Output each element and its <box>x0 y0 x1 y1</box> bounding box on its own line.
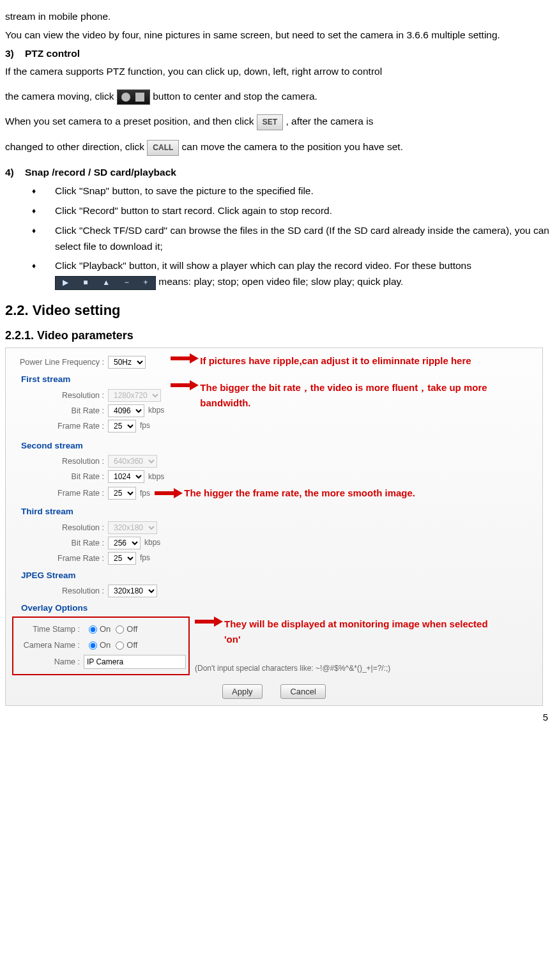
center-stop-icon <box>117 89 150 105</box>
player-controls-icon: ▶ ■ ▲ − + <box>55 276 156 290</box>
arrow-icon <box>155 488 184 498</box>
apply-button[interactable]: Apply <box>222 684 263 699</box>
list-item: Click "Snap" button, to save the picture… <box>55 183 552 199</box>
first-stream-resolution-select[interactable]: 1280x720 <box>108 389 161 402</box>
radio-label: Off <box>126 639 137 652</box>
cameraname-off-radio[interactable] <box>116 641 124 650</box>
page-number: 5 <box>5 710 552 725</box>
text-span: changed to other direction, click <box>5 141 147 152</box>
set-button-icon: SET <box>257 114 283 130</box>
list-item: Click "Record" button to start record. C… <box>55 203 552 219</box>
third-stream-framerate-select[interactable]: 25 <box>108 552 136 565</box>
group-label: Second stream <box>21 439 536 453</box>
label: Bit Rate : <box>12 537 108 549</box>
label: Resolution : <box>12 389 108 402</box>
heading-2: 2.2. Video setting <box>5 299 552 321</box>
body-text: You can view the video by four, nine pic… <box>5 27 552 43</box>
third-stream-bitrate-select[interactable]: 256 <box>108 537 141 549</box>
call-button-icon: CALL <box>147 140 179 156</box>
label: Resolution : <box>12 585 108 597</box>
section-number: 3) <box>5 48 14 59</box>
label: Frame Rate : <box>12 420 108 433</box>
cameraname-on-radio[interactable] <box>89 641 97 650</box>
label: Power Line Frequency : <box>12 356 108 369</box>
unit-label: fps <box>140 552 150 564</box>
third-stream-resolution-select[interactable]: 320x180 <box>108 521 157 534</box>
list-item: Click "Playback" button, it will show a … <box>55 258 552 290</box>
text-span: Click "Playback" button, it will show a … <box>55 260 471 271</box>
label: Resolution : <box>12 455 108 468</box>
text-span: , after the camera is <box>286 116 373 126</box>
heading-3: 2.2.1. Video parameters <box>5 326 552 345</box>
bullet-list: Click "Snap" button, to save the picture… <box>5 183 552 290</box>
label: Frame Rate : <box>12 552 108 565</box>
unit-label: kbps <box>144 537 160 549</box>
stop-icon: ■ <box>83 277 88 289</box>
text-span: means: play; stop; open video file; slow… <box>158 276 403 287</box>
minus-icon: − <box>125 277 129 289</box>
eject-icon: ▲ <box>102 277 110 289</box>
cancel-button[interactable]: Cancel <box>280 684 325 699</box>
label: Bit Rate : <box>12 404 108 417</box>
body-text: If the camera supports PTZ function, you… <box>5 64 552 80</box>
video-parameters-panel: Power Line Frequency : 50Hz First stream… <box>5 348 543 706</box>
group-label: Third stream <box>21 505 536 519</box>
body-text: stream in mobile phone. <box>5 9 552 25</box>
label: Frame Rate : <box>12 487 108 500</box>
annotation-text: If pictures have ripple,can adjust it to… <box>200 353 471 369</box>
power-line-frequency-select[interactable]: 50Hz <box>108 356 146 369</box>
text-span: When you set camera to a preset position… <box>5 116 257 126</box>
unit-label: fps <box>140 487 150 500</box>
group-label: First stream <box>21 372 164 387</box>
group-label: JPEG Stream <box>21 569 536 583</box>
section-heading: 4) Snap /record / SD card/playback <box>5 165 552 181</box>
radio-label: On <box>100 623 111 636</box>
jpeg-stream-resolution-select[interactable]: 320x180 <box>108 585 157 597</box>
timestamp-on-radio[interactable] <box>89 625 97 634</box>
annotation-text: They will be displayed at monitoring ima… <box>224 616 505 647</box>
body-text: the camera moving, click button to cente… <box>5 89 552 105</box>
section-title: PTZ control <box>25 48 80 59</box>
text-span: can move the camera to the position you … <box>182 141 403 152</box>
annotation-text: The higger the frame rate, the more smoo… <box>184 486 415 501</box>
unit-label: kbps <box>148 404 164 417</box>
annotation-text: The bigger the bit rate，the video is mor… <box>200 380 507 411</box>
radio-label: On <box>100 639 111 652</box>
first-stream-bitrate-select[interactable]: 4096 <box>108 404 144 417</box>
label: Name : <box>16 655 84 668</box>
label: Bit Rate : <box>12 470 108 483</box>
arrow-icon <box>195 616 224 627</box>
section-number: 4) <box>5 167 14 178</box>
group-label: Overlay Options <box>21 601 536 615</box>
second-stream-bitrate-select[interactable]: 1024 <box>108 470 144 483</box>
text-span: the camera moving, click <box>5 91 117 102</box>
body-text: changed to other direction, click CALL c… <box>5 139 552 156</box>
unit-label: kbps <box>148 471 164 483</box>
label: Resolution : <box>12 521 108 534</box>
arrow-icon <box>171 353 200 364</box>
overlay-options-box: Time Stamp : On Off Camera Name : On Off… <box>12 616 190 675</box>
second-stream-framerate-select[interactable]: 25 <box>108 487 136 500</box>
body-text: When you set camera to a preset position… <box>5 114 552 130</box>
camera-name-input[interactable] <box>84 655 186 669</box>
list-item: Click "Check TF/SD card" can browse the … <box>55 223 552 255</box>
section-heading: 3) PTZ control <box>5 46 552 62</box>
label: Time Stamp : <box>16 623 84 636</box>
radio-label: Off <box>126 623 137 636</box>
first-stream-framerate-select[interactable]: 25 <box>108 420 136 433</box>
hint-text: (Don't input special characters like: ~!… <box>195 662 505 675</box>
plus-icon: + <box>144 277 148 289</box>
section-title: Snap /record / SD card/playback <box>25 167 176 178</box>
label: Camera Name : <box>16 639 84 652</box>
play-icon: ▶ <box>63 277 68 289</box>
timestamp-off-radio[interactable] <box>116 625 124 634</box>
arrow-icon <box>171 380 200 390</box>
unit-label: fps <box>140 420 150 432</box>
text-span: button to center and stop the camera. <box>153 91 317 102</box>
second-stream-resolution-select[interactable]: 640x360 <box>108 455 157 468</box>
